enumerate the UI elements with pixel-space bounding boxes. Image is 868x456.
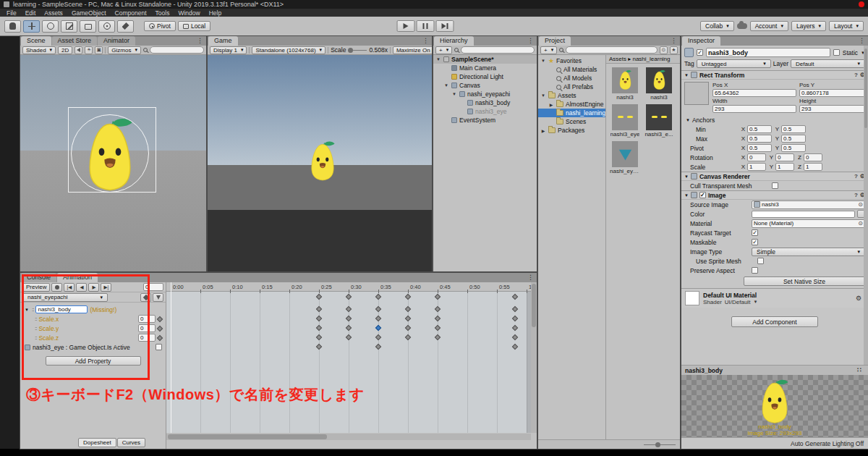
asset-thumbnail[interactable]: nashi3_e...: [644, 104, 674, 138]
keyframe-diamond[interactable]: [375, 294, 381, 300]
image-enabled-checkbox[interactable]: [699, 192, 706, 198]
pause-button[interactable]: [417, 20, 435, 32]
pivot-x-field[interactable]: [747, 144, 772, 152]
resolution-dropdown[interactable]: Standalone (1024x768): [252, 46, 326, 54]
help-icon[interactable]: ?: [854, 72, 858, 78]
anchor-preset-box[interactable]: [684, 82, 709, 105]
keyframe-indicator-icon[interactable]: [157, 334, 163, 340]
project-folder[interactable]: ▼★Favorites: [538, 56, 605, 65]
menu-item-window[interactable]: Window: [174, 9, 203, 17]
pos-y-field[interactable]: [799, 89, 868, 97]
min-x-field[interactable]: [747, 125, 772, 133]
project-folder[interactable]: ▼Assets: [538, 91, 605, 100]
account-dropdown[interactable]: Account: [750, 21, 788, 31]
pivot-y-field[interactable]: [781, 144, 806, 152]
tab-hierarchy[interactable]: Hierarchy: [434, 36, 474, 46]
tab-scene[interactable]: Scene: [21, 36, 51, 46]
scale-y-field[interactable]: [775, 163, 794, 171]
active-checkbox[interactable]: [697, 49, 703, 56]
game-viewport[interactable]: [208, 55, 432, 271]
scale-x-field[interactable]: [747, 163, 766, 171]
keyframe-diamond[interactable]: [316, 334, 322, 340]
pivot-toggle-button[interactable]: Pivot: [144, 21, 176, 31]
keyframe-diamond[interactable]: [511, 316, 517, 321]
keyframe-indicator-icon[interactable]: [157, 316, 163, 321]
keyframe-diamond[interactable]: [511, 344, 517, 350]
foldout-icon[interactable]: ▶: [540, 128, 546, 133]
rect-transform-header[interactable]: ▼ Rect Transform ?⚙: [681, 70, 868, 80]
help-icon[interactable]: ?: [854, 173, 858, 180]
keyframe-diamond[interactable]: [435, 325, 441, 331]
height-field[interactable]: [799, 105, 868, 113]
gizmos-dropdown[interactable]: Gizmos: [108, 46, 141, 54]
asset-thumbnail[interactable]: nashi3_eye: [610, 104, 640, 138]
keyframe-diamond[interactable]: [511, 294, 517, 300]
keyframe-diamond[interactable]: [346, 325, 352, 331]
dopesheet-tab[interactable]: Dopesheet: [78, 438, 116, 447]
menu-item-file[interactable]: File: [3, 9, 20, 17]
panel-menu-icon[interactable]: ⋮: [194, 36, 206, 46]
keyframe-diamond[interactable]: [435, 306, 441, 312]
project-folder[interactable]: nashi_learning: [538, 109, 605, 117]
curves-tab[interactable]: Curves: [117, 438, 145, 447]
display-dropdown[interactable]: Display 1: [210, 46, 247, 54]
asset-thumbnail[interactable]: nashi_eye...: [610, 141, 640, 174]
gear-icon[interactable]: ⚙: [853, 294, 864, 303]
cloud-icon[interactable]: [737, 23, 747, 29]
use-sprite-mesh-checkbox[interactable]: [757, 258, 764, 264]
keyframe-diamond[interactable]: [405, 316, 411, 321]
menu-item-assets[interactable]: Assets: [41, 9, 67, 17]
keyframe-diamond[interactable]: [346, 316, 352, 321]
source-image-field[interactable]: nashi3 ⊙: [752, 200, 865, 209]
thumbnail-size-slider[interactable]: [644, 444, 676, 445]
panel-menu-icon[interactable]: ⋮: [856, 36, 868, 46]
foldout-icon[interactable]: ▼: [435, 57, 441, 62]
foldout-icon[interactable]: ▶: [548, 102, 554, 107]
raycast-target-checkbox[interactable]: [752, 229, 758, 236]
menu-item-tools[interactable]: Tools: [152, 9, 174, 17]
preserve-aspect-checkbox[interactable]: [752, 267, 758, 274]
hand-tool-button[interactable]: [4, 20, 21, 33]
scale-z-field[interactable]: [804, 163, 822, 171]
scene-viewport[interactable]: [20, 55, 206, 271]
hierarchy-item[interactable]: ▼SampleScene*: [433, 55, 537, 64]
search-by-label-icon[interactable]: ★: [670, 46, 678, 54]
keyframe-diamond[interactable]: [375, 344, 381, 350]
asset-thumbnail[interactable]: nashi3: [610, 67, 640, 101]
collab-dropdown[interactable]: Collab: [700, 21, 734, 31]
create-asset-button[interactable]: +: [540, 46, 557, 54]
layout-dropdown[interactable]: Layout: [829, 21, 864, 31]
keyframe-diamond[interactable]: [405, 306, 411, 312]
project-folder[interactable]: ▶Packages: [538, 126, 605, 135]
menu-item-gameobject[interactable]: GameObject: [68, 9, 110, 17]
max-y-field[interactable]: [781, 135, 806, 143]
menu-item-help[interactable]: Help: [205, 9, 225, 17]
keyframe-diamond[interactable]: [375, 306, 381, 312]
keyframe-diamond[interactable]: [511, 325, 517, 331]
timeline-vertical-scrollbar[interactable]: [531, 282, 537, 433]
lighting-status-bar[interactable]: Auto Generate Lighting Off: [681, 437, 868, 449]
keyframe-diamond[interactable]: [435, 334, 441, 340]
static-checkbox[interactable]: [833, 49, 840, 56]
keyframe-indicator-icon[interactable]: [157, 325, 163, 331]
hierarchy-item[interactable]: Directional Light: [433, 72, 537, 81]
preview-header[interactable]: nashi3_body ∷: [681, 365, 868, 375]
add-event-button[interactable]: [153, 293, 163, 302]
add-component-button[interactable]: Add Component: [731, 316, 818, 327]
scene-effects-icon[interactable]: ▣: [95, 46, 103, 54]
keyframe-diamond[interactable]: [316, 306, 322, 312]
pos-x-field[interactable]: [712, 89, 796, 97]
width-field[interactable]: [712, 105, 796, 113]
menu-item-edit[interactable]: Edit: [22, 9, 40, 17]
menu-item-component[interactable]: Component: [111, 9, 150, 17]
dopesheet-timeline[interactable]: 0:000:050:100:150:200:250:300:350:400:45…: [166, 282, 531, 433]
material-preview-strip[interactable]: Default UI Material Shader UI/Default ▼ …: [681, 288, 868, 308]
max-x-field[interactable]: [747, 135, 772, 143]
shading-mode-dropdown[interactable]: Shaded: [22, 46, 56, 54]
foldout-icon[interactable]: ▼: [540, 93, 546, 98]
keyframe-diamond[interactable]: [375, 325, 381, 331]
foldout-icon[interactable]: ▼: [451, 92, 457, 96]
keyframe-diamond[interactable]: [346, 334, 352, 340]
rect-tool-button[interactable]: [80, 20, 96, 33]
scale-tool-button[interactable]: [61, 20, 77, 33]
